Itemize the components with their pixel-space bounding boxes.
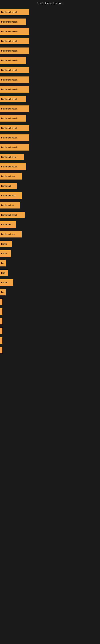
- bottleneck-bar: [0, 299, 2, 305]
- bar-label: Bottleneck result: [1, 88, 17, 90]
- bar-label: Bottleneck result: [1, 40, 17, 42]
- bar-label: Bottleneck result: [1, 166, 17, 168]
- bottleneck-bar: Bo: [0, 289, 6, 296]
- bottleneck-bar: Bo: [0, 260, 6, 266]
- bar-label: Bottleneck result: [1, 11, 17, 13]
- bottleneck-bar: Bottleneck result: [0, 38, 29, 44]
- bottleneck-bar: Bottleneck result: [0, 67, 29, 73]
- bottleneck-bar: Bottle: [0, 250, 11, 257]
- bottleneck-bar: Bottleneck result: [0, 48, 29, 54]
- bar-label: Bottleneck result: [1, 108, 17, 110]
- bottleneck-bar: Bottleneck: [0, 222, 16, 228]
- bar-row: Bottleneck res: [0, 192, 100, 200]
- bar-label: Bottleneck re: [1, 204, 14, 206]
- bar-row: Bottleneck result: [0, 76, 100, 84]
- bar-row: Bottleneck result: [0, 95, 100, 103]
- bottleneck-bar: [0, 308, 2, 315]
- bar-row: Bottleneck result: [0, 66, 100, 74]
- bar-label: Bottleneck result: [1, 69, 17, 71]
- bar-label: Bottleneck result: [1, 117, 17, 120]
- bar-row: Bottleneck result: [0, 105, 100, 113]
- bottleneck-bar: Bottleneck result: [0, 164, 26, 170]
- bar-row: Bottleneck result: [0, 143, 100, 151]
- bottleneck-bar: Bottleneck re: [0, 202, 20, 208]
- bar-row: Bottleneck result: [0, 8, 100, 16]
- bottleneck-bar: Bottleneck result: [0, 125, 29, 131]
- bar-label: Bottleneck result: [1, 127, 17, 129]
- bar-label: Bottleneck result: [1, 20, 17, 23]
- bar-row: Bottleneck re: [0, 201, 100, 209]
- bar-label: Bottlen: [1, 281, 8, 284]
- bottleneck-bar: Bottleneck resul: [0, 212, 25, 218]
- bar-row: [0, 298, 100, 306]
- bar-label: Bottle: [1, 252, 7, 255]
- bar-label: Bottleneck res: [1, 175, 15, 178]
- bar-label: Bottleneck resu: [1, 156, 16, 158]
- bar-row: Bottleneck result: [0, 114, 100, 122]
- bar-row: Bottleneck result: [0, 162, 100, 171]
- bar-label: Bottleneck result: [1, 50, 17, 52]
- bar-row: Bo: [0, 288, 100, 296]
- bar-row: Bottleneck result: [0, 85, 100, 94]
- bar-row: Bottleneck res: [0, 172, 100, 180]
- bar-label: Bottleneck res: [1, 233, 15, 236]
- bar-label: Bottleneck result: [1, 146, 17, 148]
- bar-label: Bottleneck result: [1, 59, 17, 62]
- bar-label: Bottleneck: [1, 185, 11, 187]
- bottleneck-bar: [0, 328, 2, 334]
- bottleneck-bar: Bottleneck res: [0, 173, 22, 180]
- bottleneck-bar: Bottleneck res: [0, 192, 22, 199]
- bar-row: Bottleneck result: [0, 18, 100, 26]
- bottleneck-bar: Bott: [0, 270, 8, 276]
- bar-label: Bo: [1, 291, 4, 294]
- bottleneck-bar: Bottle: [0, 241, 12, 247]
- bar-label: Bottleneck: [1, 224, 11, 226]
- bar-label: Bottleneck result: [1, 30, 17, 32]
- bar-label: Bottle: [1, 243, 7, 245]
- bottleneck-bar: Bottleneck result: [0, 28, 29, 34]
- bar-row: Bottleneck resul: [0, 211, 100, 219]
- bottleneck-bar: Bottleneck: [0, 183, 17, 189]
- bar-label: Bottleneck resul: [1, 214, 17, 216]
- bottleneck-bar: Bottleneck result: [0, 57, 26, 64]
- bar-label: Bo: [1, 262, 4, 264]
- bar-label: Bottleneck res: [1, 194, 15, 197]
- bottleneck-bar: [0, 337, 2, 344]
- bottleneck-bar: Bottleneck result: [0, 18, 26, 25]
- bar-row: Bottleneck result: [0, 56, 100, 64]
- bottleneck-bar: [0, 318, 2, 324]
- bottleneck-bar: Bottleneck result: [0, 9, 29, 15]
- bar-row: [0, 317, 100, 325]
- site-title: TheBottlenecker.com: [0, 0, 100, 6]
- bar-row: Bottleneck result: [0, 134, 100, 142]
- bottleneck-bar: Bottleneck result: [0, 144, 29, 150]
- bottleneck-bar: Bottleneck result: [0, 76, 29, 83]
- bar-row: Bottleneck result: [0, 47, 100, 55]
- bottleneck-bar: Bottleneck result: [0, 86, 29, 92]
- bottleneck-bar: [0, 347, 2, 354]
- bottleneck-bar: Bottleneck result: [0, 96, 26, 102]
- bar-label: Bott: [1, 272, 5, 274]
- bar-label: Bottleneck result: [1, 98, 17, 100]
- bar-row: Bottleneck result: [0, 27, 100, 36]
- bar-row: Bottlen: [0, 278, 100, 286]
- bar-row: [0, 327, 100, 335]
- bar-row: Bott: [0, 269, 100, 277]
- bottleneck-bar: Bottleneck result: [0, 106, 29, 112]
- bottleneck-bar: Bottleneck res: [0, 231, 22, 238]
- bar-row: [0, 336, 100, 344]
- bar-label: Bottleneck result: [1, 78, 17, 81]
- bar-label: Bottleneck result: [1, 136, 17, 139]
- bottleneck-bar: Bottlen: [0, 279, 13, 286]
- bar-row: Bottleneck res: [0, 230, 100, 238]
- bar-row: [0, 308, 100, 316]
- bottleneck-bar: Bottleneck result: [0, 134, 29, 141]
- bar-row: Bottle: [0, 240, 100, 248]
- bottleneck-bar: Bottleneck resu: [0, 154, 24, 160]
- bar-row: Bottleneck resu: [0, 153, 100, 161]
- bar-row: Bo: [0, 259, 100, 267]
- bottleneck-bar: Bottleneck result: [0, 115, 26, 122]
- bar-row: Bottleneck result: [0, 124, 100, 132]
- bar-row: Bottleneck: [0, 182, 100, 190]
- bar-row: Bottleneck result: [0, 37, 100, 45]
